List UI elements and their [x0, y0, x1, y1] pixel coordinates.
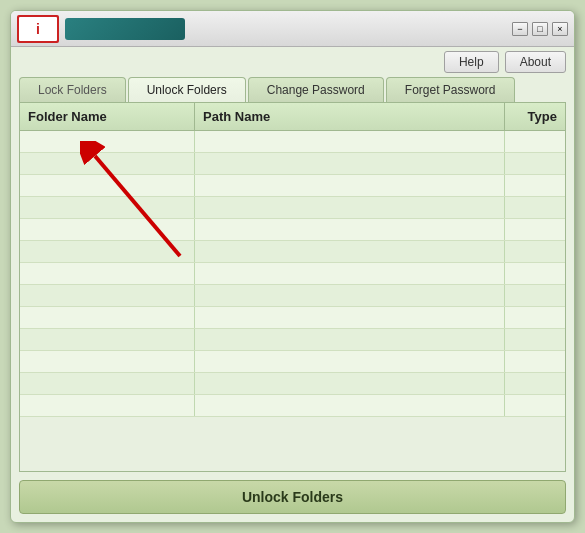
- table-row: [20, 241, 565, 263]
- tabs-row: Lock Folders Unlock Folders Change Passw…: [11, 77, 574, 102]
- title-bar-controls: − □ ×: [512, 22, 568, 36]
- col-folder-name: Folder Name: [20, 103, 195, 130]
- table-row: [20, 263, 565, 285]
- table-row: [20, 131, 565, 153]
- main-window: i − □ × Help About Lock Folders Unlock F…: [10, 10, 575, 523]
- tab-forget-password[interactable]: Forget Password: [386, 77, 515, 102]
- table-header: Folder Name Path Name Type: [20, 103, 565, 131]
- maximize-button[interactable]: □: [532, 22, 548, 36]
- title-bar: i − □ ×: [11, 11, 574, 47]
- table-row: [20, 153, 565, 175]
- header-buttons: Help About: [11, 47, 574, 77]
- table-row: [20, 395, 565, 417]
- minimize-button[interactable]: −: [512, 22, 528, 36]
- app-logo: i: [17, 15, 59, 43]
- title-bar-left: i: [17, 15, 185, 43]
- tab-unlock-folders[interactable]: Unlock Folders: [128, 77, 246, 102]
- table-row: [20, 219, 565, 241]
- bottom-bar: Unlock Folders: [11, 472, 574, 522]
- title-bar-brand: [65, 18, 185, 40]
- table-body: [20, 131, 565, 471]
- table-row: [20, 285, 565, 307]
- table-row: [20, 351, 565, 373]
- table-row: [20, 307, 565, 329]
- tab-lock-folders[interactable]: Lock Folders: [19, 77, 126, 102]
- logo-text: i: [36, 21, 40, 37]
- close-button[interactable]: ×: [552, 22, 568, 36]
- table-row: [20, 197, 565, 219]
- table-row: [20, 373, 565, 395]
- table-row: [20, 175, 565, 197]
- tab-change-password[interactable]: Change Password: [248, 77, 384, 102]
- help-button[interactable]: Help: [444, 51, 499, 73]
- about-button[interactable]: About: [505, 51, 566, 73]
- table-row: [20, 329, 565, 351]
- col-type: Type: [505, 103, 565, 130]
- col-path-name: Path Name: [195, 103, 505, 130]
- unlock-folders-button[interactable]: Unlock Folders: [19, 480, 566, 514]
- content-area: Folder Name Path Name Type: [19, 102, 566, 472]
